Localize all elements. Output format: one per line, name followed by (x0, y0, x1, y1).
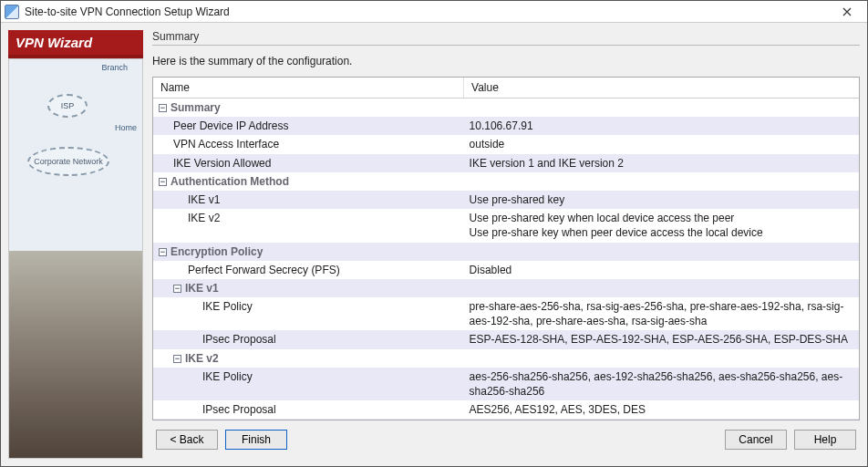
col-value: Value (464, 78, 859, 99)
app-icon (5, 5, 19, 19)
collapse-toggle-icon[interactable]: − (159, 178, 167, 186)
section-label: Authentication Method (170, 175, 289, 188)
summary-table: Name Value −SummaryPeer Device IP Addres… (152, 77, 860, 420)
section-row: −IKE v2 (153, 349, 859, 368)
photo-graphic (9, 251, 142, 458)
table-row: IKE v2Use pre-shared key when local devi… (153, 209, 859, 242)
sidebar: VPN Wizard Branch ISP Home Corporate Net… (8, 30, 143, 459)
cell-name: IKE Version Allowed (153, 154, 464, 172)
section-row: −IKE v1 (153, 279, 859, 297)
cell-name: IPsec Proposal (153, 400, 464, 419)
cancel-button[interactable]: Cancel (725, 430, 787, 450)
table-header-row: Name Value (153, 78, 859, 99)
network-diagram: Branch ISP Home Corporate Network (9, 59, 142, 251)
cell-value (464, 99, 859, 118)
section-label: IKE v2 (185, 352, 219, 365)
button-row: < Back Finish Cancel Help (152, 420, 860, 459)
cell-name: −Summary (153, 99, 464, 118)
section-label: Encryption Policy (170, 245, 263, 258)
label-home: Home (115, 123, 137, 132)
cell-name: −Authentication Method (153, 172, 464, 191)
body: VPN Wizard Branch ISP Home Corporate Net… (1, 23, 867, 466)
section-row: −Authentication Method (153, 172, 859, 191)
cell-value: aes-256-sha256-sha256, aes-192-sha256-sh… (464, 368, 859, 400)
cell-name: Peer Device IP Address (153, 117, 464, 135)
collapse-toggle-icon[interactable]: − (173, 285, 181, 293)
cell-name: IKE Policy (153, 368, 464, 400)
cell-value: 10.106.67.91 (464, 117, 859, 135)
titlebar: Site-to-site VPN Connection Setup Wizard (1, 1, 867, 23)
col-name: Name (153, 78, 464, 99)
help-button[interactable]: Help (794, 430, 856, 450)
section-row: −Summary (153, 99, 859, 118)
cell-value: AES256, AES192, AES, 3DES, DES (464, 400, 859, 419)
cell-value: pre-share-aes-256-sha, rsa-sig-aes-256-s… (464, 297, 859, 330)
table-row: Perfect Forward Secrecy (PFS)Disabled (153, 261, 859, 279)
cell-name: Perfect Forward Secrecy (PFS) (153, 261, 464, 279)
collapse-toggle-icon[interactable]: − (159, 104, 167, 112)
cell-value: Disabled (464, 261, 859, 279)
cell-name: −IKE v1 (153, 279, 464, 297)
cell-name: −Encryption Policy (153, 243, 464, 261)
section-label: IKE v1 (185, 282, 219, 295)
sidebar-banner: VPN Wizard (8, 30, 143, 58)
finish-button[interactable]: Finish (225, 430, 287, 450)
section-row: −Encryption Policy (153, 243, 859, 261)
label-corp: Corporate Network (27, 147, 109, 176)
collapse-toggle-icon[interactable]: − (173, 355, 181, 363)
table-row: IKE Policyaes-256-sha256-sha256, aes-192… (153, 368, 859, 400)
label-isp: ISP (47, 94, 88, 118)
cell-name: IKE Policy (153, 297, 464, 330)
cell-name: VPN Access Interface (153, 135, 464, 153)
cell-name: IKE v1 (153, 191, 464, 209)
cell-name: −IKE v2 (153, 349, 464, 368)
table-row: IKE Policypre-share-aes-256-sha, rsa-sig… (153, 297, 859, 330)
cell-value (464, 172, 859, 191)
cell-name: IKE v2 (153, 209, 464, 242)
cell-value (464, 243, 859, 261)
table-row: Peer Device IP Address10.106.67.91 (153, 117, 859, 135)
table-row: IPsec ProposalESP-AES-128-SHA, ESP-AES-1… (153, 330, 859, 348)
label-branch: Branch (101, 63, 128, 72)
window-title: Site-to-site VPN Connection Setup Wizard (25, 5, 827, 18)
table-row: IKE v1Use pre-shared key (153, 191, 859, 209)
table-row: IKE Version AllowedIKE version 1 and IKE… (153, 154, 859, 172)
cell-name: IPsec Proposal (153, 330, 464, 348)
table-row: IPsec ProposalAES256, AES192, AES, 3DES,… (153, 400, 859, 419)
window: Site-to-site VPN Connection Setup Wizard… (0, 0, 868, 467)
section-subheading: Here is the summary of the configuration… (152, 55, 860, 67)
cell-value (464, 279, 859, 297)
table-row: VPN Access Interfaceoutside (153, 135, 859, 153)
cell-value: IKE version 1 and IKE version 2 (464, 154, 859, 172)
collapse-toggle-icon[interactable]: − (159, 248, 167, 256)
cell-value: Use pre-shared key (464, 191, 859, 209)
section-label: Summary (170, 101, 221, 114)
cell-value: Use pre-shared key when local device acc… (464, 209, 859, 242)
cell-value (464, 349, 859, 368)
back-button[interactable]: < Back (156, 430, 218, 450)
cell-value: outside (464, 135, 859, 153)
close-icon (842, 7, 852, 16)
section-heading: Summary (152, 30, 860, 46)
main: Summary Here is the summary of the confi… (152, 30, 860, 459)
close-button[interactable] (827, 1, 867, 22)
sidebar-image: Branch ISP Home Corporate Network (8, 58, 143, 459)
cell-value: ESP-AES-128-SHA, ESP-AES-192-SHA, ESP-AE… (464, 330, 859, 348)
